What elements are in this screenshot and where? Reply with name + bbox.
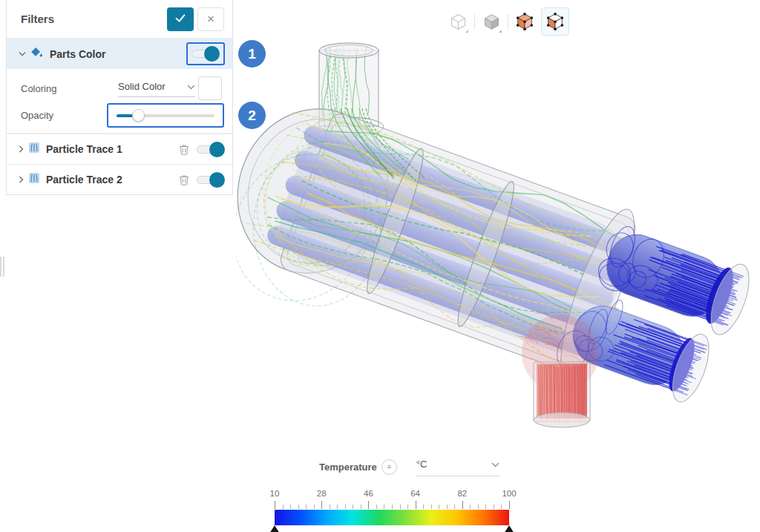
legend-tick [337,505,338,509]
particle-trace-icon [28,142,40,157]
parts-color-properties: Coloring Solid Color Opacity [7,69,232,134]
coloring-select[interactable]: Solid Color [118,79,195,97]
filter-label: Particle Trace 2 [46,174,176,185]
unit-select-value: °C [416,459,491,470]
annotation-badge-2: 2 [238,102,266,129]
wireframe-cube-view-button[interactable] [445,7,471,36]
legend-tick-label: 10 [270,489,280,498]
highlight-face-cube-icon [546,12,565,31]
coloring-row: Coloring Solid Color [7,75,232,102]
legend-tick [478,505,479,509]
annotation-outline-1 [186,42,225,65]
check-icon [174,11,187,27]
legend-tick [392,505,393,509]
coloring-label: Coloring [21,83,56,94]
legend-tick [376,505,377,509]
chevron-down-icon [491,457,499,470]
close-panel-button[interactable]: × [197,7,224,31]
legend-tick [447,505,448,509]
solid-color-swatch[interactable] [198,76,222,100]
legend-tick-label: 82 [457,489,467,498]
chevron-right-icon[interactable] [19,176,24,183]
toggle-knob [209,172,225,188]
chevron-down-icon [187,79,195,93]
solid-cube-view-button[interactable] [479,7,504,36]
legend-tick [275,501,275,509]
filters-panel-header: Filters × [7,0,232,39]
filter-row-particle-trace-1[interactable]: Particle Trace 1 [7,134,232,164]
legend-tick [462,501,463,509]
particle-trace-icon [28,172,40,187]
chevron-down-icon[interactable] [19,51,26,56]
legend-tick [431,505,432,509]
legend-tick [407,505,408,509]
legend-tick-label: 100 [502,489,516,498]
dropdown-corner-mark [499,30,502,33]
highlight-faces-cube-view-button[interactable] [512,7,537,36]
wireframe-cube-icon [449,13,468,31]
opacity-slider[interactable] [117,109,214,122]
legend-gradient-bar[interactable] [275,510,509,525]
chevron-right-icon[interactable] [19,145,24,153]
filter-label: Particle Trace 1 [46,143,176,155]
opacity-row: Opacity [7,102,232,128]
legend-tick [353,505,353,509]
delete-filter-button[interactable] [176,174,192,185]
panel-title: Filters [21,13,167,25]
legend-tick [416,501,416,509]
delete-filter-button[interactable] [176,144,192,155]
legend-tick [298,505,299,509]
legend-field-label: Temperature [319,462,377,473]
highlight-face-cube-view-button[interactable] [541,7,569,36]
view-toolbar [445,7,569,36]
panel-drag-handle[interactable] [0,257,6,277]
slider-thumb[interactable] [132,109,145,122]
solid-cube-icon [482,13,501,31]
legend-tick [283,505,284,509]
legend-tick [494,505,494,509]
highlight-faces-cube-icon [515,12,534,31]
legend-controls: Temperature ≡ °C [319,457,499,476]
legend-max-handle[interactable] [504,525,514,532]
trash-icon [179,144,189,155]
legend-menu-button[interactable]: ≡ [381,459,397,475]
legend-tick-marks [275,501,509,509]
legend-tick-label: 46 [364,489,373,498]
legend-tick [290,505,291,509]
menu-icon: ≡ [387,463,391,470]
legend-tick-label: 28 [317,489,327,498]
3d-viewport[interactable] [236,21,760,460]
toolbar-divider [508,14,508,29]
legend-tick [470,505,471,509]
parts-color-toggle[interactable] [191,46,220,62]
toolbar-divider [474,14,475,29]
toggle-knob [204,46,220,62]
legend-tick [361,505,361,509]
legend-tick [368,501,369,509]
opacity-label: Opacity [21,110,53,121]
parts-color-label: Parts Color [50,48,186,60]
legend-tick [306,505,307,509]
color-legend: 1028466482100 [275,489,509,532]
filter-row-particle-trace-2[interactable]: Particle Trace 2 [7,164,232,194]
filters-panel: Filters × Parts Color [6,0,233,195]
unit-select[interactable]: °C [416,457,499,476]
toggle-knob [209,142,225,157]
apply-filters-button[interactable] [167,7,194,31]
coloring-select-value: Solid Color [118,81,187,92]
legend-tick [321,501,322,509]
parts-color-row[interactable]: Parts Color [7,39,232,69]
close-icon: × [207,13,214,25]
legend-tick [345,505,346,509]
legend-tick [509,501,510,509]
legend-tick [485,505,486,509]
legend-tick [439,505,439,509]
particle-trace-2-toggle[interactable] [197,172,225,188]
legend-tick [454,505,455,509]
legend-tick [400,505,401,509]
particle-trace-1-toggle[interactable] [197,142,225,157]
legend-tick-label: 64 [410,489,420,498]
legend-min-handle[interactable] [269,525,280,532]
legend-tick [501,505,502,509]
trash-icon [179,174,189,185]
